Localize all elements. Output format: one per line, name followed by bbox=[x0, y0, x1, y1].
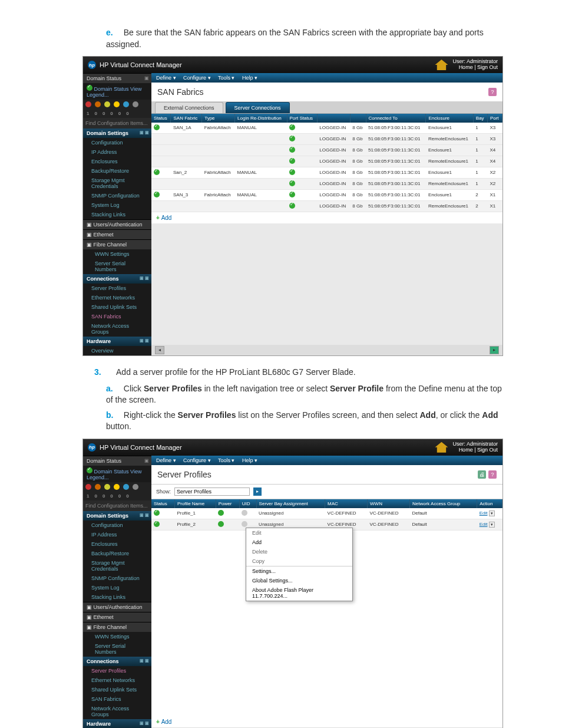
find-items-2[interactable]: Find Configuration Items... bbox=[83, 500, 151, 511]
cat-domain-settings[interactable]: Domain Settings bbox=[83, 129, 151, 138]
cat-fibre-2[interactable]: ▣ Fibre Channel bbox=[83, 622, 151, 632]
cat-connections[interactable]: Connections bbox=[83, 274, 151, 284]
cat-domain-settings-2[interactable]: Domain Settings bbox=[83, 511, 151, 521]
menu-help[interactable]: Help ▾ bbox=[242, 75, 257, 81]
domain-status-legend-2[interactable]: Domain Status View Legend... bbox=[83, 466, 151, 482]
nav-snmp[interactable]: SNMP Configuration bbox=[83, 191, 151, 200]
san-row[interactable]: SAN_1AFabricAttachMANUALLOGGED-IN8 Gb51:… bbox=[151, 123, 503, 134]
nav-configuration-2[interactable]: Configuration bbox=[83, 521, 151, 530]
nav-storage-creds[interactable]: Storage Mgmt Credentials bbox=[83, 176, 151, 191]
menu-configure-2[interactable]: Configure ▾ bbox=[183, 457, 211, 463]
find-items[interactable]: Find Configuration Items... bbox=[83, 118, 151, 129]
nav-serials[interactable]: Server Serial Numbers bbox=[83, 259, 151, 274]
menu-tools-2[interactable]: Tools ▾ bbox=[218, 457, 235, 463]
status-count-row: 100000 bbox=[83, 109, 151, 118]
add-profile-button[interactable]: Add bbox=[151, 716, 503, 727]
nav-storage-creds-2[interactable]: Storage Mgmt Credentials bbox=[83, 558, 151, 574]
profile-row[interactable]: Profile_1UnassignedVC-DEFINEDVC-DEFINEDD… bbox=[151, 508, 503, 519]
menu-define[interactable]: Define ▾ bbox=[156, 75, 176, 81]
nav-serials-2[interactable]: Server Serial Numbers bbox=[83, 641, 151, 657]
signout-link-2[interactable]: Home | Sign Out bbox=[459, 447, 498, 453]
ctx-about-flash[interactable]: About Adobe Flash Player 11.7.700.224... bbox=[246, 585, 352, 601]
nav-configuration[interactable]: Configuration bbox=[83, 138, 151, 147]
ctx-add[interactable]: Add bbox=[246, 538, 352, 547]
scrollbar[interactable]: ◂▸ bbox=[151, 345, 503, 355]
top-menubar: Define ▾ Configure ▾ Tools ▾ Help ▾ bbox=[151, 73, 503, 83]
left-nav: Domain Status Domain Status View Legend.… bbox=[83, 73, 151, 355]
nav-snmp-2[interactable]: SNMP Configuration bbox=[83, 574, 151, 583]
nav-san-fabrics[interactable]: SAN Fabrics bbox=[83, 312, 151, 321]
print-icon[interactable]: 🖨 bbox=[478, 470, 486, 479]
san-row[interactable]: LOGGED-IN8 Gb51:08:05:F3:00:11:3C:01Remo… bbox=[151, 178, 503, 189]
domain-status-legend[interactable]: Domain Status View Legend... bbox=[83, 83, 151, 100]
show-input[interactable] bbox=[174, 487, 250, 496]
nav-syslog[interactable]: System Log bbox=[83, 200, 151, 210]
nav-ipaddress-2[interactable]: IP Address bbox=[83, 530, 151, 539]
nav-ipaddress[interactable]: IP Address bbox=[83, 147, 151, 157]
tab-external-conn[interactable]: External Connections bbox=[155, 102, 223, 113]
menu-help-2[interactable]: Help ▾ bbox=[242, 457, 257, 463]
domain-status-header[interactable]: Domain Status bbox=[83, 73, 151, 83]
nav-stacking[interactable]: Stacking Links bbox=[83, 210, 151, 219]
nav-backup[interactable]: Backup/Restore bbox=[83, 166, 151, 176]
ctx-global-settings[interactable]: Global Settings... bbox=[246, 576, 352, 585]
home-icon-2[interactable] bbox=[435, 442, 448, 453]
cat-fibre[interactable]: ▣ Fibre Channel bbox=[83, 239, 151, 249]
cat-users-auth[interactable]: ▣ Users/Authentication bbox=[83, 219, 151, 229]
nav-eth-networks-2[interactable]: Ethernet Networks bbox=[83, 676, 151, 685]
ctx-delete[interactable]: Delete bbox=[246, 547, 352, 556]
nav-shared-uplink[interactable]: Shared Uplink Sets bbox=[83, 302, 151, 312]
nav-backup-2[interactable]: Backup/Restore bbox=[83, 549, 151, 558]
nav-enclosures-2[interactable]: Enclosures bbox=[83, 539, 151, 549]
signout-link[interactable]: Home | Sign Out bbox=[459, 64, 498, 70]
filter-row: Show: ▸ bbox=[151, 485, 503, 499]
menu-configure[interactable]: Configure ▾ bbox=[183, 75, 211, 81]
help-icon[interactable]: ? bbox=[488, 88, 497, 96]
menu-define-2[interactable]: Define ▾ bbox=[156, 457, 176, 463]
go-button[interactable]: ▸ bbox=[253, 487, 262, 496]
vcm-titlebar: hp HP Virtual Connect Manager User: Admi… bbox=[83, 57, 503, 73]
page-title-bar-2: Server Profiles 🖨 ? bbox=[151, 465, 503, 485]
cat-users-auth-2[interactable]: ▣ Users/Authentication bbox=[83, 602, 151, 612]
san-row[interactable]: SAN_3FabricAttachMANUALLOGGED-IN8 Gb51:0… bbox=[151, 189, 503, 200]
cat-hardware-2[interactable]: Hardware bbox=[83, 719, 151, 728]
san-table-header: StatusSAN FabricTypeLogin Re-Distributio… bbox=[151, 114, 503, 123]
vcm-titlebar-2: hp HP Virtual Connect Manager User: Admi… bbox=[83, 439, 503, 456]
cat-connections-2[interactable]: Connections bbox=[83, 657, 151, 666]
san-row[interactable]: LOGGED-IN8 Gb51:08:05:F3:00:11:3C:01Remo… bbox=[151, 200, 503, 212]
cat-hardware[interactable]: Hardware bbox=[83, 337, 151, 346]
context-menu: Edit Add Delete Copy Settings... Global … bbox=[246, 528, 353, 601]
nav-stacking-2[interactable]: Stacking Links bbox=[83, 592, 151, 602]
san-row[interactable]: LOGGED-IN8 Gb51:08:05:F3:00:11:3C:01Remo… bbox=[151, 133, 503, 144]
nav-san-fabrics-2[interactable]: SAN Fabrics bbox=[83, 694, 151, 704]
nav-wwn-2[interactable]: WWN Settings bbox=[83, 632, 151, 641]
nav-nag-2[interactable]: Network Access Groups bbox=[83, 704, 151, 719]
nav-server-profiles[interactable]: Server Profiles bbox=[83, 284, 151, 293]
san-row[interactable]: LOGGED-IN8 Gb51:08:05:F3:00:11:3C:01Remo… bbox=[151, 156, 503, 167]
profiles-table: StatusProfile NamePowerUIDServer Bay Ass… bbox=[151, 499, 503, 531]
san-row[interactable]: San_2FabricAttachMANUALLOGGED-IN8 Gb51:0… bbox=[151, 167, 503, 178]
domain-status-header-2[interactable]: Domain Status bbox=[83, 456, 151, 466]
nav-wwn[interactable]: WWN Settings bbox=[83, 249, 151, 259]
nav-syslog-2[interactable]: System Log bbox=[83, 583, 151, 592]
add-san-button[interactable]: Add bbox=[151, 212, 503, 223]
nav-server-profiles-2[interactable]: Server Profiles bbox=[83, 666, 151, 676]
top-menubar-2: Define ▾ Configure ▾ Tools ▾ Help ▾ bbox=[151, 456, 503, 465]
home-icon[interactable] bbox=[435, 60, 448, 70]
menu-tools[interactable]: Tools ▾ bbox=[218, 75, 235, 81]
cat-ethernet[interactable]: ▣ Ethernet bbox=[83, 229, 151, 239]
ctx-settings[interactable]: Settings... bbox=[246, 566, 352, 576]
nav-eth-networks[interactable]: Ethernet Networks bbox=[83, 293, 151, 302]
marker-3: 3. bbox=[94, 367, 112, 378]
san-row[interactable]: LOGGED-IN8 Gb51:08:05:F3:00:11:3C:01Encl… bbox=[151, 144, 503, 156]
tab-server-conn[interactable]: Server Connections bbox=[226, 102, 290, 113]
nav-enclosures[interactable]: Enclosures bbox=[83, 157, 151, 166]
nav-overview[interactable]: Overview bbox=[83, 346, 151, 355]
ctx-edit[interactable]: Edit bbox=[246, 528, 352, 538]
nav-nag[interactable]: Network Access Groups bbox=[83, 321, 151, 337]
vcm-server-profiles: hp HP Virtual Connect Manager User: Admi… bbox=[82, 439, 503, 728]
cat-ethernet-2[interactable]: ▣ Ethernet bbox=[83, 612, 151, 622]
nav-shared-uplink-2[interactable]: Shared Uplink Sets bbox=[83, 685, 151, 694]
help-icon-2[interactable]: ? bbox=[488, 470, 497, 479]
ctx-copy[interactable]: Copy bbox=[246, 556, 352, 566]
